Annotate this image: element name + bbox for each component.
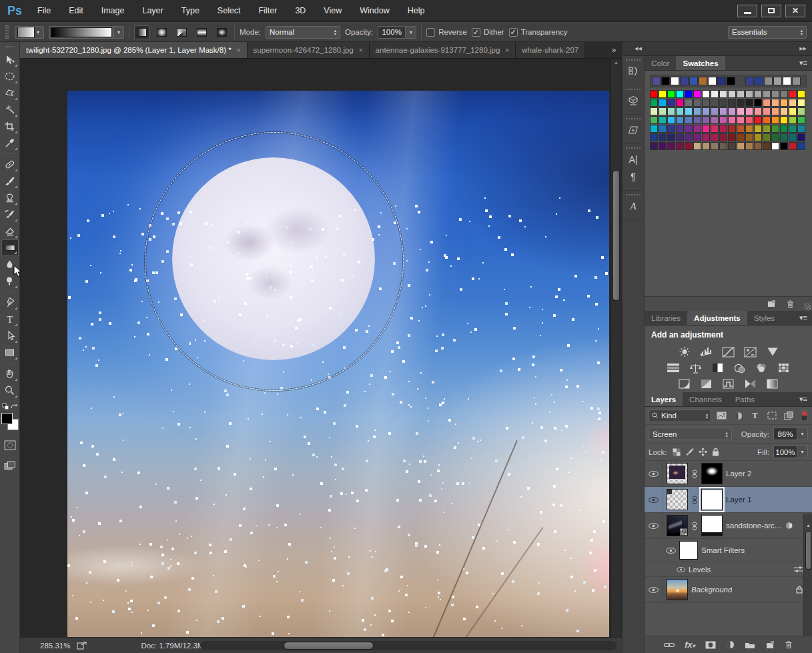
swatch[interactable] <box>667 107 675 115</box>
visibility-eye-icon[interactable] <box>645 487 663 512</box>
minimize-button[interactable] <box>737 5 757 17</box>
recent-swatch[interactable] <box>792 77 801 85</box>
layer-row-background[interactable]: Background <box>645 577 812 603</box>
swatch[interactable] <box>771 142 779 150</box>
invert-icon[interactable] <box>677 378 693 390</box>
swatch[interactable] <box>676 107 684 115</box>
lock-all-icon[interactable] <box>712 448 719 456</box>
visibility-eye-icon[interactable] <box>666 548 676 554</box>
zoom-tool[interactable] <box>1 382 19 399</box>
swatch[interactable] <box>702 133 710 141</box>
swatch[interactable] <box>719 116 727 124</box>
type-tool[interactable]: T <box>1 311 19 328</box>
horizontal-scrollbar[interactable] <box>200 641 617 650</box>
toolbox-grip[interactable] <box>5 46 14 49</box>
scroll-up-icon[interactable]: ▲ <box>806 523 811 528</box>
layer-name[interactable]: Background <box>691 586 732 594</box>
quick-mask-button[interactable] <box>1 437 19 454</box>
blend-mode-select[interactable]: Normal ▴▾ <box>266 26 340 39</box>
trash-icon[interactable] <box>786 299 795 309</box>
swatch[interactable] <box>789 107 797 115</box>
diamond-gradient-button[interactable] <box>214 25 230 39</box>
swatch[interactable] <box>711 142 719 150</box>
filter-smart-objects-icon[interactable] <box>782 412 795 420</box>
swatch[interactable] <box>754 125 762 133</box>
recent-swatch[interactable] <box>773 77 782 85</box>
panel-menu-icon[interactable]: ▾≡ <box>795 311 812 325</box>
radial-gradient-button[interactable] <box>154 25 169 39</box>
swatch[interactable] <box>745 133 753 141</box>
swatch[interactable] <box>745 90 753 98</box>
visibility-eye-icon[interactable] <box>677 567 685 572</box>
vertical-scrollbar-thumb[interactable] <box>613 170 620 301</box>
rectangle-tool[interactable] <box>1 344 19 361</box>
eyedropper-tool[interactable] <box>1 135 19 151</box>
swatch[interactable] <box>667 125 675 133</box>
crop-tool[interactable] <box>1 118 19 135</box>
swatch[interactable] <box>693 125 701 133</box>
swatch[interactable] <box>780 133 788 141</box>
layer-name[interactable]: Layer 1 <box>726 496 751 504</box>
menu-file[interactable]: File <box>37 6 51 15</box>
swatch[interactable] <box>702 107 710 115</box>
panel-grip[interactable] <box>626 89 641 91</box>
layer-row-layer2[interactable]: Layer 2 <box>645 461 812 487</box>
swatch[interactable] <box>737 99 745 107</box>
swatch[interactable] <box>685 125 693 133</box>
tab-overflow-chevron[interactable]: » <box>606 42 622 58</box>
reflected-gradient-button[interactable] <box>194 25 210 39</box>
collapse-to-icons-icon[interactable]: ◀◀ <box>635 46 642 51</box>
glyphs-panel-icon[interactable]: A <box>625 198 642 214</box>
default-colors-icon[interactable] <box>2 403 9 410</box>
swatch[interactable] <box>754 107 762 115</box>
swatch[interactable] <box>771 107 779 115</box>
swatch[interactable] <box>728 142 736 150</box>
recent-swatch[interactable] <box>745 77 754 85</box>
swatch[interactable] <box>702 90 710 98</box>
clone-stamp-tool[interactable] <box>1 189 19 206</box>
swatch[interactable] <box>789 116 797 124</box>
tab-styles[interactable]: Styles <box>747 311 781 325</box>
scroll-up-icon[interactable]: ▲ <box>614 60 619 65</box>
layer-name[interactable]: sandstone-arc... <box>726 522 781 530</box>
move-tool[interactable] <box>1 51 19 68</box>
swatch[interactable] <box>702 125 710 133</box>
tab-color[interactable]: Color <box>645 56 676 70</box>
swatch[interactable] <box>728 99 736 107</box>
fill-dropdown[interactable]: ▾ <box>797 446 808 458</box>
elliptical-marquee-tool[interactable] <box>1 68 19 85</box>
pen-tool[interactable] <box>1 294 19 311</box>
lasso-tool[interactable] <box>1 85 19 101</box>
swatch[interactable] <box>728 116 736 124</box>
paragraph-panel-icon[interactable]: ¶ <box>625 169 642 185</box>
filter-adjustment-layers-icon[interactable] <box>732 412 745 420</box>
swatch[interactable] <box>789 90 797 98</box>
link-layers-icon[interactable] <box>664 642 675 648</box>
elliptical-selection-marching-ants[interactable] <box>145 132 404 391</box>
swatch[interactable] <box>771 90 779 98</box>
panel-grip[interactable] <box>626 59 641 61</box>
swatch[interactable] <box>685 142 693 150</box>
swatch[interactable] <box>754 142 762 150</box>
tab-close-icon[interactable]: × <box>359 47 363 54</box>
swatch[interactable] <box>719 125 727 133</box>
filter-settings-icon[interactable] <box>793 566 804 573</box>
layer-mask-thumbnail-selected[interactable] <box>701 489 723 510</box>
filter-shape-layers-icon[interactable] <box>765 412 778 420</box>
mask-link-icon[interactable] <box>691 470 698 478</box>
gradient-map-icon[interactable] <box>743 378 759 390</box>
clone-source-panel-icon[interactable] <box>625 63 642 79</box>
dither-checkbox[interactable]: ✓Dither <box>472 28 504 37</box>
brightness-contrast-icon[interactable] <box>677 346 693 358</box>
options-grip[interactable] <box>5 25 9 39</box>
tab-adjustments[interactable]: Adjustments <box>687 311 747 325</box>
swatch[interactable] <box>719 133 727 141</box>
gradient-tool[interactable] <box>1 239 19 256</box>
selective-color-icon[interactable] <box>765 378 781 390</box>
swatch[interactable] <box>797 142 805 150</box>
recent-swatch[interactable] <box>755 77 763 85</box>
lock-transparency-icon[interactable] <box>673 448 681 456</box>
layer-mask-thumbnail[interactable] <box>701 463 723 484</box>
swatch[interactable] <box>685 99 693 107</box>
swatch[interactable] <box>650 99 658 107</box>
